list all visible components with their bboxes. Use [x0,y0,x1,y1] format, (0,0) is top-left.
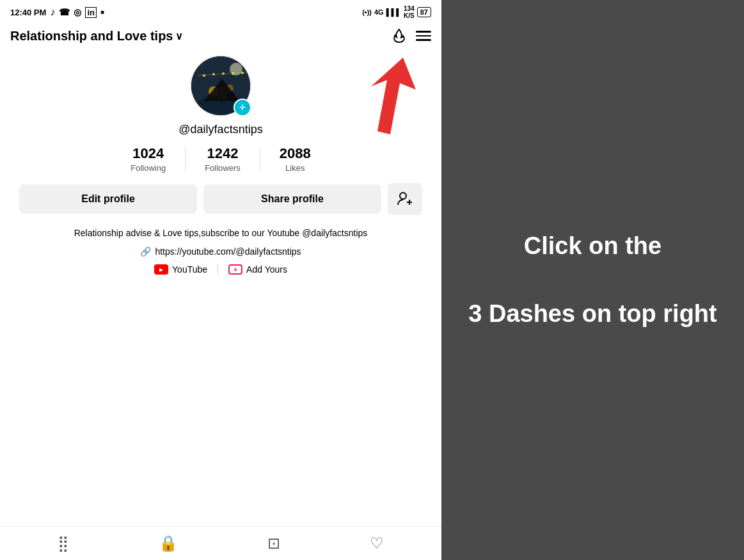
chevron-down-icon: ∨ [175,30,183,42]
linkedin-icon: in [85,7,97,18]
tiktok-status-icon: ♪ [50,6,55,18]
nav-icons [392,28,431,44]
svg-point-8 [219,86,225,93]
social-row: YouTube + Add Yours [13,264,429,275]
battery-display: 87 [417,7,431,17]
followers-count: 1242 [207,145,239,162]
likes-count: 2088 [280,145,311,162]
phone-panel: 12:40 PM ♪ ☎ ◎ in • (•)) 4G ▌▌▌ 134K/S 8… [0,0,441,560]
bio-link[interactable]: 🔗 https://youtube.com/@dailyfactsntips [13,246,429,257]
profile-section: + @dailyfactsntips 1024 Following 1242 F… [0,49,441,227]
cta-line-1: Click on the [524,232,661,259]
top-nav: Relationship and Love tips ∨ [0,23,441,49]
nav-title-container[interactable]: Relationship and Love tips ∨ [10,29,183,44]
right-panel: Click on the 3 Dashes on top right [441,0,744,560]
followers-stat[interactable]: 1242 Followers [186,145,260,173]
stats-row: 1024 Following 1242 Followers 2088 Likes [13,145,429,173]
followers-label: Followers [205,163,241,173]
youtube-social-item[interactable]: YouTube [154,264,207,275]
youtube-label: YouTube [172,264,207,275]
home-icon[interactable]: ⣿ [58,534,69,552]
bio-section: Relationship advise & Love tips,subscrib… [0,227,441,285]
time-display: 12:40 PM [10,8,46,17]
flame-icon-button[interactable] [392,28,407,44]
cta-line-2: 3 Dashes on top right [468,300,716,327]
add-to-profile-button[interactable]: + [233,99,251,116]
signal-bars: ▌▌▌ [386,8,401,16]
cta-text: Click on the 3 Dashes on top right [468,229,716,332]
following-stat[interactable]: 1024 Following [111,145,185,173]
svg-point-12 [222,72,225,75]
status-bar: 12:40 PM ♪ ☎ ◎ in • (•)) 4G ▌▌▌ 134K/S 8… [0,0,441,23]
action-buttons: Edit profile Share profile [13,183,429,215]
link-icon: 🔗 [140,246,151,257]
svg-point-10 [203,74,205,77]
following-count: 1024 [132,145,164,162]
share-profile-button[interactable]: Share profile [203,184,381,214]
speed-display: 134K/S [404,5,415,19]
add-friend-button[interactable] [388,183,422,215]
status-bar-left: 12:40 PM ♪ ☎ ◎ in • [10,6,104,19]
wifi-icon: (•)) [362,8,372,16]
create-icon[interactable]: ⊡ [267,534,280,552]
following-label: Following [131,163,166,173]
add-yours-social-item[interactable]: + Add Yours [228,264,287,275]
dot-icon: • [100,6,104,19]
svg-point-13 [232,72,234,75]
svg-point-15 [400,193,406,199]
bottom-nav: ⣿ 🔒 ⊡ ♡ [0,526,441,560]
add-yours-label: Add Yours [246,264,287,275]
username-label: @dailyfactsntips [178,123,262,136]
bio-text: Relationship advise & Love tips,subscrib… [13,227,429,240]
hamburger-line-2 [416,35,431,37]
svg-point-14 [241,72,244,74]
edit-profile-button[interactable]: Edit profile [19,184,197,214]
likes-label: Likes [285,163,305,173]
likes-stat[interactable]: 2088 Likes [260,145,330,173]
add-yours-icon: + [228,264,242,275]
call-icon: ☎ [59,7,70,17]
avatar-container: + [190,55,251,116]
signal-icon: ◎ [74,7,81,17]
link-url: https://youtube.com/@dailyfactsntips [155,246,301,257]
hamburger-menu-button[interactable] [416,31,431,41]
social-divider [218,264,218,275]
hamburger-line-1 [416,31,431,33]
hamburger-line-3 [416,39,431,41]
youtube-icon [154,264,168,275]
status-bar-right: (•)) 4G ▌▌▌ 134K/S 87 [362,5,431,19]
svg-point-11 [212,73,215,76]
search-nav-icon[interactable]: 🔒 [159,534,178,552]
inbox-icon[interactable]: ♡ [370,534,384,552]
nav-title-text: Relationship and Love tips [10,29,173,44]
network-icon: 4G [374,8,384,16]
